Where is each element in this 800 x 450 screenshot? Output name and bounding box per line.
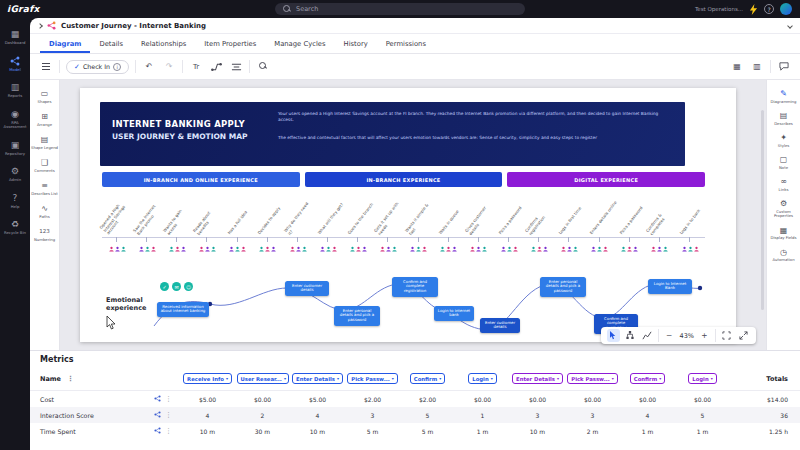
palette-item-shapes[interactable]: ▭Shapes [30, 89, 59, 104]
palette-item-diagramming[interactable]: ✎Diagramming [767, 89, 800, 104]
palette-item-shape-legend[interactable]: ▤Shape Legend [30, 135, 59, 150]
diagram-canvas[interactable]: INTERNET BANKING APPLY USER JOURNEY & EM… [60, 80, 766, 350]
journey-step[interactable]: Goes to the branch [343, 190, 373, 272]
metrics-column-badge-receive-info[interactable]: Receive Info▾ [183, 373, 232, 384]
phase-in-branch-and-online-experience[interactable]: IN-BRANCH AND ONLINE EXPERIENCE [102, 172, 300, 187]
journey-step[interactable]: Picks a password [494, 190, 524, 272]
metrics-column-badge-user-resear[interactable]: User Resear...▾ [237, 373, 289, 384]
sidebar-item-help[interactable]: ?Help [0, 190, 30, 213]
metrics-column-badge-confirm[interactable]: Confirm▾ [410, 373, 445, 384]
tab-details[interactable]: Details [90, 36, 132, 53]
sidebar-item-repository[interactable]: ▣Repository [0, 137, 30, 160]
journey-step[interactable]: Saw the Internet Bank promo [132, 190, 162, 272]
palette-item-automation[interactable]: ◷Automation [767, 248, 800, 263]
journey-step[interactable]: Gets it set up with needs [373, 190, 403, 272]
tab-manage-cycles[interactable]: Manage Cycles [265, 36, 334, 53]
check-in-button[interactable]: ✓ Check In i [66, 60, 129, 74]
metrics-column-badge-pick-passw[interactable]: Pick Passw...▾ [567, 373, 617, 384]
metrics-column-badge-enter-details[interactable]: Enter Details▾ [292, 373, 343, 384]
journey-step[interactable]: Reads about benefits [192, 190, 222, 272]
tab-item-properties[interactable]: Item Properties [195, 36, 265, 53]
emotion-box[interactable]: Login to internet bank [434, 306, 474, 321]
emotion-box[interactable]: Enter personal details and pick a passwo… [540, 277, 586, 297]
journey-step[interactable]: Logs in first time [554, 190, 584, 272]
fit-to-screen-button[interactable] [720, 329, 733, 342]
emotion-box[interactable]: Enter personal details and pick a passwo… [334, 306, 380, 326]
phase-digital-experience[interactable]: DIGITAL EXPERIENCE [507, 172, 705, 187]
emotion-box[interactable]: Confirm and complete registration [392, 277, 438, 297]
comment-icon[interactable] [777, 59, 791, 74]
journey-step[interactable]: Opened a High Interest Savings account [102, 190, 132, 272]
zoom-level[interactable]: 43% [680, 332, 694, 340]
lightning-icon[interactable] [749, 4, 758, 15]
hierarchy-view-button[interactable] [624, 329, 637, 342]
palette-item-links[interactable]: ∞Links [767, 177, 800, 192]
select-mode-button[interactable] [607, 329, 620, 342]
align-tool-icon[interactable] [229, 59, 243, 74]
metrics-column-badge-enter-details[interactable]: Enter Details▾ [512, 373, 563, 384]
journey-step[interactable]: Picks a password [615, 190, 645, 272]
sidebar-item-rpa-assessment[interactable]: ◉RPA Assessment [0, 106, 30, 133]
sidebar-item-recycle-bin[interactable]: ♻Recycle Bin [0, 216, 30, 239]
fullscreen-button[interactable] [737, 329, 750, 342]
metric-link-icon[interactable] [154, 411, 161, 419]
tab-permissions[interactable]: Permissions [377, 36, 435, 53]
menu-icon[interactable] [39, 59, 53, 74]
collapse-titlebar-icon[interactable] [787, 23, 793, 29]
tab-relationships[interactable]: Relationships [132, 36, 195, 53]
journey-step[interactable]: Waits in queue [434, 190, 464, 272]
sidebar-item-dashboard[interactable]: ▦Dashboard [0, 26, 30, 49]
phase-in-branch-experience[interactable]: IN-BRANCH EXPERIENCE [305, 172, 503, 187]
help-icon[interactable]: ? [764, 4, 774, 14]
metric-link-icon[interactable] [154, 395, 161, 403]
journey-step[interactable]: Decides to apply [253, 190, 283, 272]
journey-step[interactable]: Wants to gain access [162, 190, 192, 272]
metrics-column-badge-confirm[interactable]: Confirm▾ [630, 373, 665, 384]
journey-step[interactable]: Confirms & completes [645, 190, 675, 272]
journey-step[interactable]: Confirms registration [524, 190, 554, 272]
metrics-column-badge-pick-passw[interactable]: Pick Passw...▾ [347, 373, 397, 384]
tab-diagram[interactable]: Diagram [40, 36, 90, 53]
zoom-in-button[interactable]: + [698, 329, 711, 342]
sidebar-item-admin[interactable]: ⚙Admin [0, 163, 30, 186]
kebab-menu-icon[interactable]: ⋮ [165, 395, 172, 403]
metrics-column-badge-login[interactable]: Login▾ [468, 373, 496, 384]
panel-layout-icon[interactable]: ▥ [750, 59, 764, 74]
emotion-box[interactable]: Enter customer details [480, 318, 520, 333]
kebab-menu-icon[interactable]: ⋮ [165, 411, 172, 419]
palette-item-arrange[interactable]: ⊞Arrange [30, 112, 59, 127]
sidebar-item-reports[interactable]: ▥Reports [0, 79, 30, 102]
undo-button[interactable]: ↶ [142, 59, 156, 74]
expand-panel-icon[interactable] [37, 23, 43, 29]
sidebar-item-model[interactable]: Model [0, 53, 30, 76]
metrics-column-badge-login[interactable]: Login▾ [688, 373, 716, 384]
redo-button[interactable]: ↷ [162, 59, 176, 74]
zoom-out-button[interactable]: − [663, 329, 676, 342]
metric-link-icon[interactable] [154, 427, 161, 435]
tab-history[interactable]: History [335, 36, 377, 53]
palette-item-styles[interactable]: ✦Styles [767, 133, 800, 148]
palette-item-describes[interactable]: ▤Describes [767, 111, 800, 126]
journey-step[interactable]: Enters details online [585, 190, 615, 272]
journey-step[interactable]: Why do they need it? [283, 190, 313, 272]
emotion-node[interactable] [698, 286, 702, 290]
kebab-menu-icon[interactable]: ⋮ [67, 375, 74, 383]
kebab-menu-icon[interactable]: ⋮ [165, 427, 172, 435]
journey-step[interactable]: Has a full idea [223, 190, 253, 272]
journey-step[interactable]: Wants it simple & fast [404, 190, 434, 272]
palette-item-custom-properties[interactable]: ⚙Custom Properties [767, 199, 800, 219]
palette-item-note[interactable]: ▢Note [767, 155, 800, 170]
palette-item-paths[interactable]: ∿Paths [30, 204, 59, 219]
journey-step[interactable]: What will they get? [313, 190, 343, 272]
grid-view-icon[interactable]: ▦ [730, 59, 744, 74]
emotion-box[interactable]: Received information about internet bank… [157, 302, 209, 317]
find-tool-button[interactable] [256, 59, 270, 74]
connector-tool-icon[interactable] [209, 59, 223, 74]
canvas-scrollbar[interactable] [761, 110, 764, 310]
palette-item-numbering[interactable]: 123Numbering [30, 227, 59, 242]
text-tool-button[interactable]: Tr [189, 59, 203, 74]
global-search-input[interactable]: Search [275, 3, 525, 15]
emotion-box[interactable]: Enter customer details [285, 281, 329, 296]
user-avatar[interactable] [780, 3, 792, 15]
palette-item-describes-list[interactable]: ≡Describes List [30, 181, 59, 196]
